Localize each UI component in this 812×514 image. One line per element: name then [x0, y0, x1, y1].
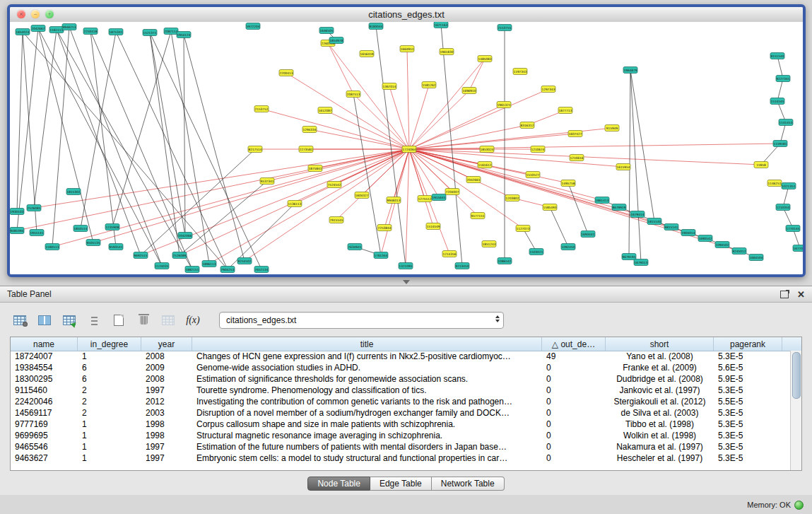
graph-node[interactable]: 5972204 — [246, 23, 260, 30]
table-row[interactable]: 1830029562008Estimation of significance … — [11, 373, 791, 385]
graph-node[interactable]: 1210350 — [776, 204, 790, 211]
tab-network-table[interactable]: Network Table — [432, 477, 505, 491]
graph-node[interactable]: 1646505 — [319, 28, 334, 34]
tab-edge-table[interactable]: Edge Table — [370, 477, 432, 491]
column-header-out_de[interactable]: △ out_de… — [542, 337, 606, 351]
graph-node[interactable]: 7253844 — [377, 225, 392, 231]
graph-node[interactable]: 1954124 — [177, 32, 191, 38]
graph-node[interactable]: 1124035 — [155, 263, 169, 269]
graph-node[interactable]: 2042661 — [466, 177, 481, 183]
graph-node[interactable]: 1607427 — [568, 131, 582, 137]
graph-node[interactable]: 1197343 — [513, 69, 527, 75]
graph-node[interactable]: 1690542 — [698, 235, 712, 242]
graph-node[interactable]: 1761344 — [374, 252, 388, 259]
table-row[interactable]: 1872400712008Changes of HCN gene express… — [11, 351, 791, 362]
import-table-button[interactable] — [158, 311, 178, 329]
graph-node[interactable]: 8679919 — [612, 204, 626, 211]
table-vertical-scrollbar[interactable] — [790, 351, 801, 470]
panel-splitter[interactable] — [0, 279, 812, 286]
graph-node[interactable]: 1854024 — [16, 29, 30, 35]
graph-node[interactable]: 1604327 — [355, 192, 369, 199]
graph-node[interactable]: 1514549 — [426, 223, 440, 230]
graph-node[interactable]: 915949 — [605, 125, 619, 132]
graph-node[interactable]: 1210616 — [570, 155, 584, 161]
table-settings-button[interactable] — [10, 311, 30, 329]
graph-node[interactable]: 9692515 — [134, 252, 148, 259]
table-row[interactable]: 1938455462009Genome-wide association stu… — [11, 362, 791, 373]
graph-node[interactable]: 1495758 — [561, 180, 575, 187]
graph-node[interactable]: 2526089 — [172, 252, 187, 259]
column-header-name[interactable]: name — [11, 337, 78, 351]
graph-node[interactable]: 1485083 — [478, 56, 492, 62]
graph-node[interactable]: 7915545 — [329, 217, 343, 223]
graph-node[interactable]: 9679195 — [622, 254, 636, 260]
graph-node[interactable]: 9481094 — [10, 228, 24, 234]
graph-node[interactable]: 1677015 — [793, 245, 803, 252]
column-header-in_degree[interactable]: in_degree — [78, 337, 141, 351]
graph-node[interactable]: 1581262 — [422, 82, 436, 88]
graph-node[interactable]: 1850514 — [73, 226, 88, 232]
table-row[interactable]: 2242004622012Investigating the contribut… — [11, 396, 791, 407]
close-panel-button[interactable]: ✕ — [797, 289, 805, 300]
graph-node[interactable]: 1664951 — [400, 46, 414, 52]
graph-node[interactable]: 1882151 — [185, 267, 199, 273]
graph-node[interactable]: 1294334 — [302, 127, 317, 133]
window-title-bar[interactable]: × − + citations_edges.txt — [10, 7, 803, 23]
graph-node[interactable]: 1875841 — [308, 165, 322, 172]
graph-node[interactable]: 8217514 — [248, 146, 262, 153]
table-row[interactable]: 977716911998Corpus callosum shape and si… — [11, 419, 791, 430]
graph-node[interactable]: 1094502 — [715, 242, 729, 248]
graph-node[interactable]: 1851243 — [482, 241, 496, 247]
graph-node[interactable]: 2200413 — [279, 70, 293, 76]
graph-node[interactable]: 1615954 — [616, 164, 630, 170]
graph-node[interactable]: 1146251 — [767, 180, 782, 187]
graph-node[interactable]: 1141453 — [779, 119, 793, 126]
graph-node[interactable]: 7204007 — [445, 189, 459, 195]
table-row[interactable]: 1456911722003Disruption of a novel membe… — [11, 407, 791, 419]
delete-table-button[interactable] — [134, 311, 153, 329]
column-header-title[interactable]: title — [192, 337, 542, 351]
graph-node[interactable]: 2042667 — [31, 25, 45, 32]
table-row[interactable]: 911546021997Tourette syndrome. Phenomeno… — [11, 385, 791, 396]
table-source-select[interactable]: citations_edges.txt — [219, 312, 504, 329]
graph-node[interactable]: 1664504 — [749, 255, 763, 261]
graph-node[interactable]: 1770145 — [786, 226, 800, 232]
tab-node-table[interactable]: Node Table — [307, 477, 370, 491]
graph-node[interactable]: 1696910 — [462, 88, 476, 94]
splitter-handle-icon[interactable] — [403, 280, 410, 284]
column-header-year[interactable]: year — [141, 337, 192, 351]
graph-node[interactable]: 1021351 — [782, 183, 796, 189]
graph-node[interactable]: 1955141 — [30, 230, 44, 236]
graph-node[interactable]: 1297343 — [541, 86, 555, 93]
graph-node[interactable]: 1086542 — [498, 258, 512, 264]
show-columns-button[interactable] — [35, 311, 54, 329]
graph-node[interactable]: 1904014 — [681, 230, 695, 236]
graph-node[interactable]: 15958 — [754, 162, 768, 168]
new-table-button[interactable] — [109, 311, 129, 329]
graph-node[interactable]: 9593541 — [109, 244, 123, 250]
zoom-window-button[interactable]: + — [45, 10, 54, 18]
graph-node[interactable]: 9946013 — [387, 197, 401, 204]
graph-node[interactable]: 7904253 — [220, 267, 235, 273]
scrollbar-thumb[interactable] — [792, 352, 801, 399]
table-row[interactable]: 946362711997Embryonic stem cells: a mode… — [11, 452, 791, 464]
graph-node[interactable]: 9151540 — [770, 53, 784, 59]
graph-node[interactable]: 9213450 — [455, 263, 469, 269]
graph-node[interactable]: 1214356 — [442, 251, 457, 257]
graph-node[interactable]: 1853024 — [480, 146, 494, 153]
graph-node[interactable]: 1585493 — [543, 204, 557, 211]
graph-node[interactable]: 8316312 — [520, 122, 534, 129]
edit-table-button[interactable] — [59, 311, 79, 329]
graph-node[interactable]: 1321095 — [399, 263, 413, 269]
column-header-short[interactable]: short — [606, 337, 714, 351]
graph-node[interactable]: 2087513 — [346, 91, 360, 98]
graph-node[interactable]: 1235908 — [105, 224, 119, 230]
graph-node[interactable]: 2042066 — [178, 233, 192, 239]
graph-node[interactable]: 9815141 — [664, 224, 678, 230]
graph-node[interactable]: 2273581 — [299, 146, 313, 153]
graph-node[interactable]: 1367014 — [382, 83, 396, 90]
graph-node[interactable]: 1514545 — [770, 98, 784, 105]
graph-node[interactable]: 1656459 — [360, 51, 374, 57]
graph-node[interactable]: 2153752 — [254, 106, 269, 112]
table-row[interactable]: 946554611997Estimation of the future num… — [11, 441, 791, 452]
